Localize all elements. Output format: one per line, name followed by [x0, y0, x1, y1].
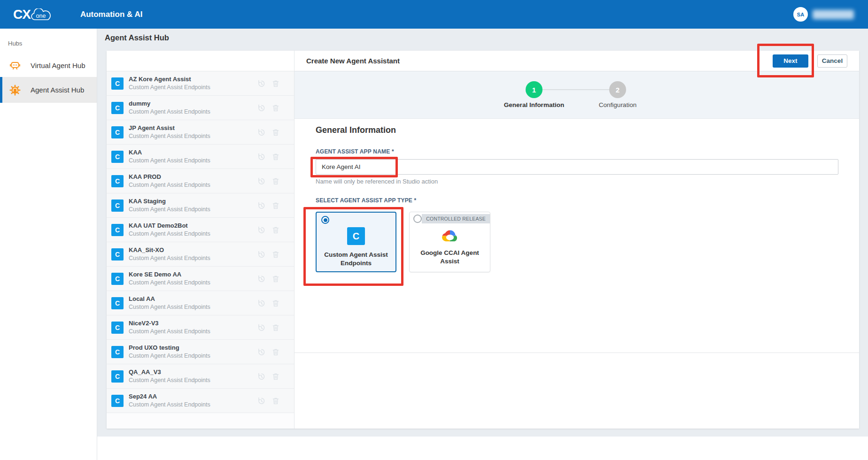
agent-list-item[interactable]: C Kore SE Demo AA Custom Agent Assist En… — [107, 267, 294, 291]
google-cloud-icon — [441, 229, 459, 243]
history-icon[interactable] — [257, 201, 265, 210]
history-icon[interactable] — [257, 104, 265, 112]
trash-icon[interactable] — [271, 250, 280, 259]
agent-list-item[interactable]: C KAA Custom Agent Assist Endpoints — [107, 145, 294, 169]
type-card-label: Google CCAI Agent Assist — [410, 249, 490, 266]
sidebar-item-label: Virtual Agent Hub — [31, 61, 85, 69]
trash-icon[interactable] — [271, 299, 280, 307]
sidebar: Hubs Virtual Agent Hub — [0, 29, 97, 460]
step-2-circle[interactable]: 2 — [609, 81, 626, 98]
agent-type: Custom Agent Assist Endpoints — [129, 157, 210, 164]
panel-title: Create New Agent Assistant — [306, 57, 400, 65]
agent-list-item[interactable]: C Sep24 AA Custom Agent Assist Endpoints — [107, 389, 294, 413]
virtual-agent-icon — [9, 59, 21, 71]
history-icon[interactable] — [257, 372, 265, 381]
history-icon[interactable] — [257, 323, 265, 332]
trash-icon[interactable] — [271, 201, 280, 210]
trash-icon[interactable] — [271, 104, 280, 112]
cxone-logo-one: one — [36, 13, 46, 19]
agent-type: Custom Agent Assist Endpoints — [129, 108, 210, 115]
agent-list-item[interactable]: C dummy Custom Agent Assist Endpoints — [107, 96, 294, 120]
radio-selected-icon[interactable] — [321, 216, 329, 224]
agent-name: KAA UAT Demo2Bot — [129, 222, 210, 230]
history-icon[interactable] — [257, 153, 265, 161]
app-type-options: C Custom Agent Assist Endpoints CONTROLL… — [316, 212, 490, 272]
custom-endpoints-icon: C — [111, 224, 124, 236]
trash-icon[interactable] — [271, 397, 280, 405]
trash-icon[interactable] — [271, 323, 280, 332]
top-header: CX one Automation & AI SA — [0, 0, 868, 29]
agent-name: dummy — [129, 100, 210, 108]
history-icon[interactable] — [257, 348, 265, 356]
next-button[interactable]: Next — [773, 54, 808, 68]
custom-endpoints-icon: C — [111, 102, 124, 114]
sidebar-item-agent-assist-hub[interactable]: Agent Assist Hub — [0, 77, 97, 103]
custom-endpoints-icon: C — [111, 370, 124, 383]
custom-endpoints-icon: C — [111, 175, 124, 187]
trash-icon[interactable] — [271, 153, 280, 161]
agent-name: KAA_Sit-XO — [129, 246, 210, 254]
custom-endpoints-icon: C — [347, 227, 365, 245]
wizard-stepper: 1 2 General Information Configuration — [294, 71, 859, 119]
cancel-button[interactable]: Cancel — [817, 54, 847, 68]
avatar[interactable]: SA — [793, 7, 808, 22]
step-1-circle[interactable]: 1 — [526, 81, 542, 98]
agent-list: C AZ Kore Agent Assist Custom Agent Assi… — [107, 51, 294, 429]
agent-type: Custom Agent Assist Endpoints — [129, 303, 210, 311]
custom-endpoints-icon: C — [111, 151, 124, 163]
trash-icon[interactable] — [271, 79, 280, 88]
agent-list-item[interactable]: C JP Agent Assist Custom Agent Assist En… — [107, 120, 294, 145]
sidebar-section-label: Hubs — [0, 29, 97, 54]
custom-endpoints-icon: C — [111, 126, 124, 138]
agent-type: Custom Agent Assist Endpoints — [129, 279, 210, 286]
agent-type: Custom Agent Assist Endpoints — [129, 254, 210, 262]
history-icon[interactable] — [257, 397, 265, 405]
agent-name: Local AA — [129, 295, 210, 303]
trash-icon[interactable] — [271, 372, 280, 381]
agent-list-item[interactable]: C QA_AA_V3 Custom Agent Assist Endpoints — [107, 364, 294, 389]
history-icon[interactable] — [257, 250, 265, 259]
type-card-custom-endpoints[interactable]: C Custom Agent Assist Endpoints — [316, 212, 396, 272]
controlled-release-badge: CONTROLLED RELEASE — [422, 214, 490, 223]
agent-assist-icon — [9, 84, 21, 96]
trash-icon[interactable] — [271, 177, 280, 185]
page-title: Agent Assist Hub — [105, 33, 169, 42]
user-name-redacted — [813, 10, 854, 19]
agent-list-item[interactable]: C Local AA Custom Agent Assist Endpoints — [107, 291, 294, 315]
history-icon[interactable] — [257, 299, 265, 307]
history-icon[interactable] — [257, 177, 265, 185]
stepper-connector — [542, 89, 609, 90]
agent-name: QA_AA_V3 — [129, 368, 210, 376]
agent-list-item[interactable]: C Prod UXO testing Custom Agent Assist E… — [107, 340, 294, 364]
agent-list-item[interactable]: C KAA UAT Demo2Bot Custom Agent Assist E… — [107, 218, 294, 242]
custom-endpoints-icon: C — [111, 346, 124, 358]
sidebar-item-virtual-agent-hub[interactable]: Virtual Agent Hub — [0, 54, 97, 77]
agent-type: Custom Agent Assist Endpoints — [129, 230, 210, 238]
agent-list-item[interactable]: C KAA PROD Custom Agent Assist Endpoints — [107, 169, 294, 193]
app-name-input[interactable] — [316, 159, 838, 175]
agent-list-item[interactable]: C KAA_Sit-XO Custom Agent Assist Endpoin… — [107, 242, 294, 267]
history-icon[interactable] — [257, 226, 265, 234]
agent-name: KAA Staging — [129, 198, 210, 206]
agent-list-item[interactable]: C AZ Kore Agent Assist Custom Agent Assi… — [107, 71, 294, 96]
trash-icon[interactable] — [271, 128, 280, 137]
history-icon[interactable] — [257, 79, 265, 88]
type-card-google-ccai[interactable]: CONTROLLED RELEASE — [409, 212, 490, 272]
radio-unselected-icon[interactable] — [413, 215, 422, 223]
custom-endpoints-icon: C — [111, 273, 124, 285]
app-title: Automation & AI — [80, 10, 143, 19]
history-icon[interactable] — [257, 128, 265, 137]
agent-list-item[interactable]: C NiceV2-V3 Custom Agent Assist Endpoint… — [107, 315, 294, 340]
history-icon[interactable] — [257, 275, 265, 283]
trash-icon[interactable] — [271, 348, 280, 356]
custom-endpoints-icon: C — [111, 395, 124, 407]
agent-type: Custom Agent Assist Endpoints — [129, 352, 210, 360]
agent-name: Prod UXO testing — [129, 344, 210, 352]
trash-icon[interactable] — [271, 275, 280, 283]
panel-header: Create New Agent Assistant Next Cancel — [294, 51, 859, 71]
trash-icon[interactable] — [271, 226, 280, 234]
content-container: C AZ Kore Agent Assist Custom Agent Assi… — [107, 51, 859, 429]
type-card-label: Custom Agent Assist Endpoints — [317, 251, 395, 268]
agent-list-item[interactable]: C KAA Staging Custom Agent Assist Endpoi… — [107, 193, 294, 218]
cxone-logo-cx: CX — [13, 7, 31, 22]
